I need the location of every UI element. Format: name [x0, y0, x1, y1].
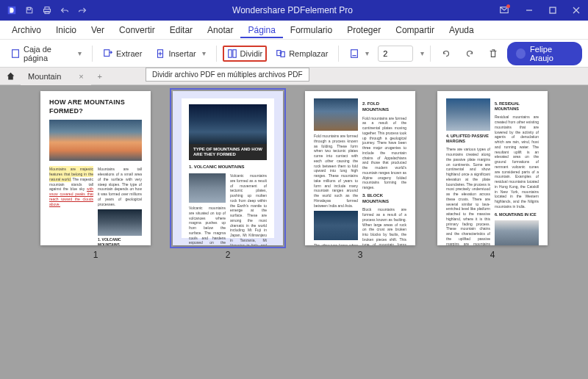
page-image	[314, 211, 358, 240]
close-button[interactable]	[564, 0, 588, 21]
insert-label: Insertar	[168, 49, 196, 58]
menu-anotar[interactable]: Anotar	[200, 22, 240, 38]
extract-label: Extraer	[116, 49, 142, 58]
app-logo-icon	[3, 1, 21, 19]
split-button[interactable]: Dividir	[223, 46, 268, 62]
svg-rect-18	[281, 51, 284, 57]
image-caption: 1. VOLCANIC MOUNTAINS	[98, 237, 142, 245]
split-label: Dividir	[240, 49, 263, 58]
page-number-input[interactable]	[378, 46, 413, 62]
rotate-right-button[interactable]	[460, 46, 479, 62]
section-heading: 6. MOUNTAINS IN ICE	[495, 212, 539, 217]
undo-icon[interactable]	[56, 1, 74, 19]
avatar-icon	[516, 48, 526, 59]
menu-ver[interactable]: Ver	[84, 22, 112, 38]
page-image	[189, 104, 267, 144]
menu-editar[interactable]: Editar	[162, 22, 200, 38]
section-heading: 3. BLOCK MOUNTAINS	[362, 193, 406, 205]
svg-rect-7	[550, 7, 556, 13]
menu-compartir[interactable]: Compartir	[388, 22, 442, 38]
menu-pagina[interactable]: Página	[240, 22, 282, 38]
redo-icon[interactable]	[74, 1, 91, 19]
menu-archivo[interactable]: Archivo	[4, 22, 49, 38]
replace-icon	[276, 48, 286, 59]
page-label-icon	[349, 48, 359, 59]
svg-rect-16	[232, 49, 235, 57]
thumbnail-2[interactable]: TYPE OF MOUNTAINS AND HOW ARE THEY FORME…	[173, 91, 283, 260]
split-icon	[227, 48, 237, 59]
maximize-button[interactable]	[541, 0, 564, 21]
section-heading: 4. UPLIFTED PASSIVE MARGINS	[446, 134, 490, 144]
print-icon[interactable]	[38, 1, 56, 19]
rotate-left-icon	[441, 48, 451, 59]
thumbnail-1[interactable]: HOW ARE MOUNTAINS FORMED? Mountains are …	[40, 91, 151, 260]
menu-convertir[interactable]: Convertir	[112, 22, 162, 38]
svg-rect-11	[104, 49, 110, 56]
section-heading: 1. VOLCANIC MOUNTAINS	[189, 165, 267, 170]
insert-button[interactable]: Insertar ▾	[151, 46, 209, 62]
separator	[338, 46, 339, 62]
section-heading: 2. FOLD MOUNTAINS	[362, 101, 406, 113]
chevron-down-icon: ▾	[78, 49, 82, 57]
chevron-down-icon: ▾	[202, 49, 206, 57]
page-number-label: 3	[358, 250, 363, 260]
page-image	[495, 220, 539, 245]
toolbar: Caja de página ▾ Extraer Insertar ▾ Divi…	[0, 40, 588, 68]
page-heading: TYPE OF MOUNTAINS AND HOW ARE THEY FORME…	[189, 144, 267, 160]
replace-label: Remplazar	[289, 49, 328, 58]
user-name-label: Felipe Araujo	[530, 45, 573, 62]
page-title: HOW ARE MOUNTAINS FORMED?	[49, 98, 142, 115]
rotate-right-icon	[465, 48, 475, 59]
svg-rect-19	[351, 49, 358, 57]
menu-formulario[interactable]: Formulario	[283, 22, 340, 38]
page-image	[49, 120, 142, 161]
delete-page-button[interactable]	[484, 46, 503, 62]
separator	[430, 46, 431, 62]
tab-label: Mountain	[28, 72, 61, 81]
menu-inicio[interactable]: Inicio	[49, 22, 84, 38]
page-label-button[interactable]: ▾	[345, 46, 373, 62]
title-bar: Wondershare PDFelement Pro	[0, 0, 588, 21]
svg-rect-4	[45, 12, 49, 14]
menu-ayuda[interactable]: Ayuda	[442, 22, 481, 38]
home-button[interactable]	[0, 68, 21, 85]
chevron-down-icon: ▾	[365, 49, 369, 57]
user-account-button[interactable]: Felipe Araujo	[507, 42, 582, 65]
svg-rect-1	[28, 7, 31, 10]
rotate-left-button[interactable]	[437, 46, 456, 62]
add-tab-button[interactable]: +	[91, 72, 109, 81]
insert-icon	[155, 48, 165, 59]
split-tooltip: Dividir archivo PDF en múltiples archivo…	[146, 68, 309, 82]
close-tab-icon[interactable]: ×	[79, 72, 83, 81]
page-box-icon	[10, 48, 21, 59]
menu-proteger[interactable]: Proteger	[340, 22, 388, 38]
svg-rect-15	[228, 49, 231, 57]
page-box-button[interactable]: Caja de página ▾	[6, 42, 86, 65]
save-icon[interactable]	[21, 1, 38, 19]
chevron-down-icon[interactable]: ▾	[420, 49, 424, 57]
page-image	[189, 173, 226, 203]
replace-button[interactable]: Remplazar	[271, 46, 332, 62]
thumbnail-4[interactable]: 4. UPLIFTED PASSIVE MARGINS There are va…	[437, 91, 548, 260]
page-box-label: Caja de página	[24, 45, 72, 62]
page-number-label: 1	[93, 250, 98, 260]
notification-icon[interactable]	[494, 0, 517, 21]
section-heading: 5. RESIDUAL MOUNTAINS	[495, 101, 539, 112]
menu-bar: Archivo Inicio Ver Convertir Editar Anot…	[0, 21, 588, 40]
page-image	[446, 98, 490, 131]
svg-rect-10	[12, 49, 19, 57]
trash-icon	[488, 48, 498, 59]
window-title: Wondershare PDFelement Pro	[91, 5, 494, 15]
separator	[216, 46, 217, 62]
page-image	[314, 98, 358, 131]
page-number-label: 2	[226, 250, 231, 260]
extract-icon	[103, 48, 113, 59]
page-number-label: 4	[490, 250, 495, 260]
document-tab[interactable]: Mountain ×	[21, 68, 91, 85]
page-image	[98, 209, 142, 236]
extract-button[interactable]: Extraer	[98, 46, 146, 62]
minimize-button[interactable]	[517, 0, 541, 21]
separator	[92, 46, 93, 62]
thumbnail-3[interactable]: Fold mountains are formed through a proc…	[305, 91, 415, 260]
page-thumbnail-area: HOW ARE MOUNTAINS FORMED? Mountains are …	[0, 85, 588, 379]
